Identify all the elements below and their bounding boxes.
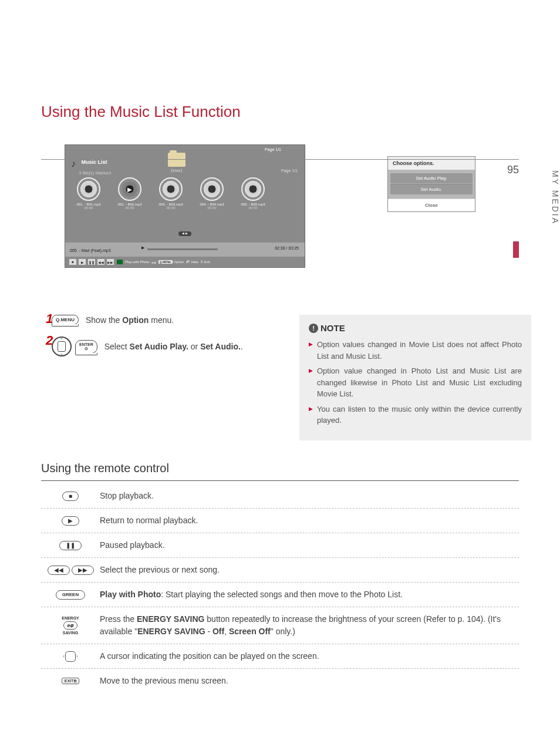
row-description: Play with Photo: Start playing the selec…: [100, 588, 519, 601]
note-item: Option value changed in Photo List and M…: [309, 365, 522, 400]
disc-icon: [200, 177, 224, 201]
progress-track: [147, 248, 218, 250]
bold-text: Play with Photo: [100, 590, 161, 599]
note-title: !NOTE: [309, 323, 522, 333]
folder-icon: [168, 153, 185, 167]
row-description: Paused playback.: [100, 539, 519, 551]
track-item: 001. - B01.mp300:00: [71, 177, 106, 210]
qmenu-badge: Q.MENU: [158, 260, 173, 264]
now-playing-label: 005. - Mad (Feat).mp3: [70, 248, 111, 253]
note-item: You can listen to the music only within …: [309, 403, 522, 426]
disc-icon: [159, 177, 183, 201]
table-row: GREEN Play with Photo: Start playing the…: [41, 583, 519, 607]
text: or: [188, 342, 200, 351]
text: menu.: [149, 315, 174, 325]
track-list: 001. - B01.mp300:00 002. - B02.mp300:00 …: [71, 177, 271, 210]
subsection-title: Using the remote control: [41, 462, 169, 475]
green-button-icon: [117, 260, 123, 264]
label-text: Option: [174, 260, 184, 264]
disc-icon: [118, 177, 141, 201]
step-1-text: Show the Option menu.: [86, 315, 174, 325]
text: " only.): [271, 627, 295, 636]
text: ,: [224, 627, 229, 636]
disc-icon: [241, 177, 265, 201]
track-duration: 00:00: [112, 206, 147, 210]
energy-label-bottom: SAVING: [63, 631, 78, 635]
exclamation-icon: !: [309, 324, 318, 333]
row-description: Stop playback.: [100, 490, 519, 502]
label-text: Play with Photo: [125, 260, 149, 264]
dpad-icon: [52, 337, 72, 356]
exit-button-icon: EXIT ⎘: [62, 678, 80, 684]
hide-label: 🗗 Hide: [186, 260, 198, 264]
table-row: ▶ Return to normal playback.: [41, 509, 519, 533]
table-row: ENERGY eⱷ SAVING Press the ENERGY SAVING…: [41, 607, 519, 644]
bold-text: Option: [122, 315, 149, 325]
bold-text: ENERGY SAVING: [137, 614, 204, 624]
side-tab-marker: [513, 241, 519, 258]
green-button-icon: GREEN: [56, 590, 85, 600]
row-description: A cursor indicating the position can be …: [100, 650, 519, 662]
table-row: ‹› A cursor indicating the position can …: [41, 644, 519, 669]
pause-button-icon: ❚❚: [59, 541, 82, 550]
text: -: [205, 627, 212, 636]
track-item: 002. - B02.mp300:00: [112, 177, 147, 210]
marked-count: 3 file(s) Marked: [79, 170, 111, 176]
text: Press the: [100, 614, 137, 624]
steps: 1 Q.MENU Show the Option menu. 2 ENTER⊙ …: [41, 315, 288, 368]
cursor-button-icon: ‹›: [63, 651, 77, 662]
drive-label: Drive1: [171, 169, 183, 173]
step-2: 2 ENTER⊙ Select Set Audio Play. or Set A…: [41, 337, 288, 356]
row-description: Select the previous or next song.: [100, 564, 519, 576]
label-text: Exit: [204, 260, 210, 264]
forward-button-icon: ▶▶: [72, 566, 94, 575]
bold-text: Screen Off: [229, 627, 271, 636]
text: .: [241, 342, 243, 351]
pause-icon: ❚❚: [87, 258, 96, 265]
label: EXIT: [65, 679, 74, 683]
enter-button-icon: ENTER⊙: [75, 340, 97, 354]
option-label: Q.MENUOption: [158, 260, 184, 264]
page-indicator-top: Page 1/1: [265, 147, 281, 152]
step-2-text: Select Set Audio Play. or Set Audio..: [104, 342, 243, 351]
disc-icon: [77, 177, 100, 201]
play-with-photo-label: Play with Photo: [117, 260, 149, 264]
play-icon: ▶: [78, 258, 86, 265]
exit-label: ⎘ Exit: [201, 260, 210, 264]
table-row: EXIT ⎘ Move to the previous menu screen.: [41, 669, 519, 693]
track-item: 003. - B03.mp300:00: [153, 177, 188, 210]
track-duration: 00:00: [71, 206, 106, 210]
bottom-rule: [41, 159, 519, 160]
time-display: 02:30 / 03:25: [275, 246, 299, 250]
row-description: Return to normal playback.: [100, 514, 519, 527]
nav-arrows-icon: ◀ ▶: [178, 231, 191, 236]
section-title: Using the Music List Function: [41, 103, 519, 121]
next-icon: ▶▶: [106, 258, 114, 265]
note-title-text: NOTE: [321, 323, 345, 333]
label-text: Hide: [191, 260, 198, 264]
table-row: ■ Stop playback.: [41, 484, 519, 509]
text: Select: [104, 342, 130, 351]
page-indicator-inner: Page 1/1: [281, 169, 298, 173]
track-duration: 00:00: [194, 206, 230, 210]
energy-label-top: ENERGY: [62, 616, 79, 620]
divider: [41, 480, 519, 481]
row-description: Move to the previous menu screen.: [100, 675, 519, 687]
note-list: Option values changed in Movie List does…: [309, 339, 522, 426]
play-button-icon: ▶: [62, 516, 79, 526]
stop-button-icon: ■: [62, 492, 79, 501]
bold-text: Off: [212, 627, 224, 636]
control-footer: ■ ▶ ❚❚ ◀◀ ▶▶ Play with Photo eⱷ Q.MENUOp…: [65, 257, 305, 267]
music-list-screenshot: Page 1/1 ♪ Music List 3 file(s) Marked D…: [65, 144, 305, 268]
bold-text: Set Audio.: [200, 342, 241, 351]
option-set-audio-play: Set Audio Play.: [390, 173, 473, 184]
option-set-audio: Set Audio.: [390, 184, 473, 195]
table-row: ◀◀▶▶ Select the previous or next song.: [41, 558, 519, 583]
options-close: Close: [388, 198, 475, 211]
step-1: 1 Q.MENU Show the Option menu.: [41, 315, 288, 325]
remote-table: ■ Stop playback. ▶ Return to normal play…: [41, 484, 519, 693]
table-row: ❚❚ Paused playback.: [41, 533, 519, 558]
track-item: 005. - B05.mp300:00: [235, 177, 271, 210]
track-duration: 00:00: [235, 206, 271, 210]
playback-bar: 005. - Mad (Feat).mp3 ▶ 02:30 / 03:25: [65, 243, 305, 257]
